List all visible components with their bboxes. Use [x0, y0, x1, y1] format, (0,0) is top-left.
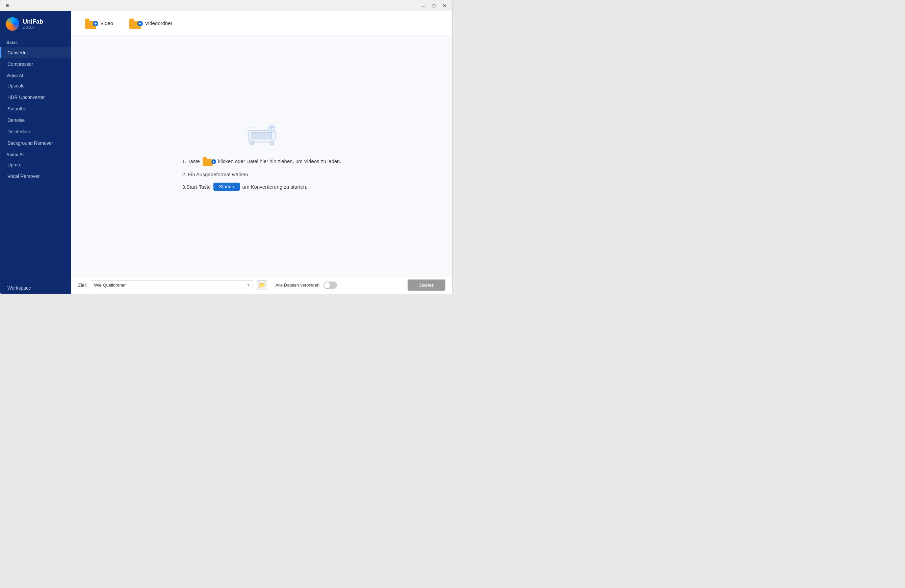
instruction-1-suffix: klicken oder Datei hier hin ziehen, um V…	[218, 158, 341, 164]
folder-body	[203, 159, 213, 166]
sidebar-item-converter[interactable]: Converter	[0, 47, 71, 59]
inline-add-icon: +	[203, 156, 216, 166]
sidebar-item-label: HDR Upconverter	[8, 95, 44, 100]
ziel-label: Ziel:	[78, 282, 87, 288]
app-version: 2.0.3.4	[23, 25, 43, 29]
logo-area: UniFab 2.0.3.4	[0, 11, 71, 37]
toggle-knob	[324, 282, 330, 288]
main-panel: + Video + Videoordner	[71, 11, 452, 294]
instruction-2: 2. Ein Ausgabeformat wählen.	[182, 171, 249, 177]
folder-tab	[85, 19, 89, 21]
section-label-basic: Basic	[0, 37, 71, 47]
bottom-bar: Ziel: Wie Quellordner ▼ 📁 Alle Dateien v…	[71, 276, 452, 294]
plus-icon: +	[137, 21, 143, 26]
sidebar-item-label: Vocal Remover	[8, 173, 40, 179]
app-name: UniFab	[23, 19, 43, 25]
instruction-1-prefix: 1. Taste	[182, 158, 200, 164]
sidebar-item-compressor[interactable]: Compressor	[0, 59, 71, 70]
title-bar: ≡ — □ ✕	[0, 0, 452, 11]
app-logo-icon	[6, 17, 19, 31]
sidebar-item-label: Compressor	[8, 62, 33, 67]
close-button[interactable]: ✕	[440, 2, 449, 10]
instruction-3-prefix: 3.Start-Taste	[182, 184, 211, 190]
add-folder-button[interactable]: + Videoordner	[124, 15, 178, 32]
sidebar-item-background-remover[interactable]: Background Remover	[0, 137, 71, 149]
sidebar-item-label: Upmix	[8, 162, 21, 167]
instruction-2-text: 2. Ein Ausgabeformat wählen.	[182, 171, 249, 177]
svg-rect-1	[252, 132, 272, 139]
sidebar: UniFab 2.0.3.4 Basic Converter Compresso…	[0, 11, 71, 294]
sidebar-item-upmix[interactable]: Upmix	[0, 159, 71, 170]
dropdown-arrow-icon: ▼	[247, 283, 250, 287]
sidebar-item-deinterlace[interactable]: Deinterlace	[0, 126, 71, 137]
sidebar-item-smoother[interactable]: Smoother	[0, 103, 71, 114]
plus-icon: +	[93, 21, 98, 26]
path-value: Wie Quellordner	[94, 282, 125, 288]
start-inline-button[interactable]: Starten	[213, 182, 240, 191]
folder-icon: 📁	[259, 282, 265, 288]
sidebar-item-hdr-upconverter[interactable]: HDR Upconverter	[0, 92, 71, 103]
folder-tab	[203, 157, 206, 159]
add-video-label: Video	[100, 20, 113, 26]
add-folder-icon: +	[129, 17, 142, 29]
add-video-button[interactable]: + Video	[79, 15, 119, 32]
sidebar-item-vocal-remover[interactable]: Vocal Remover	[0, 170, 71, 182]
minimize-button[interactable]: —	[418, 2, 428, 10]
instruction-3-suffix: um Konvertierung zu starten.	[243, 184, 308, 190]
logo-text-area: UniFab 2.0.3.4	[23, 19, 43, 29]
merge-label: Alle Dateien verbinden	[275, 282, 319, 288]
section-label-video-ai: Video AI	[0, 70, 71, 80]
menu-icon[interactable]: ≡	[3, 2, 11, 10]
sidebar-item-label: Workspace	[8, 285, 31, 291]
main-content: UniFab 2.0.3.4 Basic Converter Compresso…	[0, 11, 452, 294]
add-video-icon: +	[85, 17, 98, 29]
sidebar-item-label: Smoother	[8, 106, 28, 111]
folder-tab	[129, 19, 134, 21]
sidebar-item-workspace[interactable]: Workspace	[0, 282, 71, 294]
path-select[interactable]: Wie Quellordner ▼	[91, 280, 253, 290]
merge-toggle[interactable]	[324, 282, 337, 289]
toolbar: + Video + Videoordner	[71, 11, 452, 35]
sidebar-item-label: Deinterlace	[8, 129, 32, 134]
instruction-1: 1. Taste + klicken oder Datei hier hin z…	[182, 156, 341, 166]
drop-area: 1. Taste + klicken oder Datei hier hin z…	[71, 35, 452, 276]
start-button[interactable]: Starten	[408, 279, 445, 291]
browse-folder-button[interactable]: 📁	[257, 280, 267, 290]
drop-illustration	[241, 121, 282, 148]
sidebar-item-label: Converter	[8, 50, 28, 55]
instruction-3: 3.Start-Taste Starten um Konvertierung z…	[182, 182, 307, 191]
sidebar-item-upscaler[interactable]: Upscaler	[0, 80, 71, 92]
sidebar-item-label: Upscaler	[8, 83, 26, 89]
maximize-button[interactable]: □	[429, 2, 439, 10]
instructions: 1. Taste + klicken oder Datei hier hin z…	[182, 156, 341, 191]
sidebar-item-denoise[interactable]: Denoise	[0, 114, 71, 126]
add-folder-label: Videoordner	[145, 20, 172, 26]
plus-circle: +	[211, 159, 216, 164]
sidebar-item-label: Background Remover	[8, 140, 53, 146]
section-label-audio-ai: Audio AI	[0, 149, 71, 159]
app-window: ≡ — □ ✕ UniFab 2.0.3.4 Basic Converter C…	[0, 0, 452, 294]
sidebar-item-label: Denoise	[8, 117, 25, 123]
